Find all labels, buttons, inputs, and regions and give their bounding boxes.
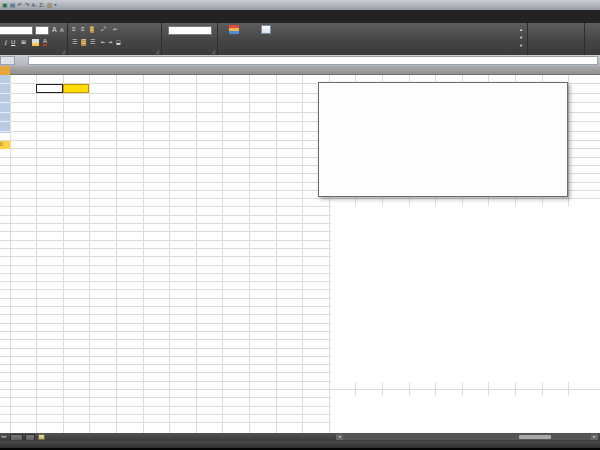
align-center-icon[interactable]: ☰ [81, 39, 86, 46]
styles-more-icon[interactable]: ▼ [519, 42, 523, 49]
horizontal-scrollbar[interactable]: ◄ ► [336, 434, 598, 440]
ribbon-group-editing [585, 23, 600, 55]
number-format-select[interactable] [168, 26, 212, 35]
sheet-tab-velocity[interactable] [25, 434, 35, 441]
formula-bar [0, 55, 600, 66]
quick-access-toolbar: ▣ ▤ ↶ ↷ A↓ Z↓ ▥ ▾ [2, 0, 57, 10]
ribbon-group-styles: ▲ ▼ ▼ [218, 23, 528, 55]
align-top-icon[interactable]: ≡ [72, 26, 76, 33]
scroll-right-icon[interactable]: ► [591, 434, 598, 440]
qat-customize-icon[interactable]: ▾ [54, 1, 56, 9]
scrollbar-track[interactable] [343, 434, 591, 440]
ribbon-group-font: A A I U ⊞ A ◿ [0, 23, 68, 55]
sort-descending-icon[interactable]: Z↓ [39, 1, 45, 9]
italic-icon[interactable]: I [4, 39, 6, 46]
redo-icon[interactable]: ↷ [24, 1, 29, 9]
sheet-tab-partial[interactable] [10, 434, 23, 441]
title-bar: ▣ ▤ ↶ ↷ A↓ Z↓ ▥ ▾ [0, 0, 600, 10]
align-left-icon[interactable]: ☰ [72, 39, 77, 46]
ribbon: A A I U ⊞ A ◿ ≡ ≡ ≡ ⤢ ↩ ☰ ☰ ☰ ⇤ ⇥ ⬓ ◿ [0, 23, 600, 55]
styles-scroll-up-icon[interactable]: ▲ [519, 26, 523, 33]
formula-input[interactable] [28, 56, 598, 65]
borders-icon[interactable]: ⊞ [21, 39, 26, 46]
acceleration-chart[interactable] [331, 206, 600, 382]
align-right-icon[interactable]: ☰ [90, 39, 95, 46]
frame-label-cell[interactable] [36, 84, 63, 93]
insert-worksheet-icon[interactable] [38, 434, 45, 440]
scroll-left-icon[interactable]: ◄ [336, 434, 343, 440]
styles-scroll-down-icon[interactable]: ▼ [519, 34, 523, 41]
open-recent-icon[interactable]: ▥ [47, 1, 53, 9]
align-bottom-icon[interactable]: ≡ [90, 26, 94, 33]
fill-color-icon[interactable] [32, 39, 39, 46]
font-dialog-launcher-icon[interactable]: ◿ [62, 49, 65, 54]
worksheet-grid[interactable]: 0 [0, 75, 600, 434]
second-chart-partial[interactable] [331, 396, 600, 433]
equations-image[interactable] [318, 82, 568, 197]
frame-value-cell[interactable] [63, 84, 90, 93]
excel-window: ▣ ▤ ↶ ↷ A↓ Z↓ ▥ ▾ A A I U ⊞ A ◿ ≡ [0, 0, 600, 450]
shrink-font-icon[interactable]: A [60, 27, 64, 34]
underline-icon[interactable]: U [11, 39, 15, 46]
merge-center-icon[interactable]: ⬓ [116, 39, 121, 46]
orientation-icon[interactable]: ⤢ [101, 26, 106, 33]
tab-nav-arrows-icon[interactable]: ◂▸ [1, 434, 8, 439]
grow-font-icon[interactable]: A [52, 26, 57, 33]
partial-column-b-cells[interactable] [0, 75, 10, 133]
conditional-formatting-icon[interactable] [229, 25, 239, 34]
column-headers [0, 66, 600, 75]
number-dialog-launcher-icon[interactable]: ◿ [212, 49, 215, 54]
wrap-text-icon[interactable]: ↩ [113, 26, 117, 33]
increase-indent-icon[interactable]: ⇥ [108, 39, 112, 46]
alignment-dialog-launcher-icon[interactable]: ◿ [156, 49, 159, 54]
excel-logo-icon: ▣ [2, 1, 8, 9]
font-color-icon[interactable]: A [43, 39, 47, 46]
save-icon[interactable]: ▤ [10, 1, 16, 9]
undo-icon[interactable]: ↶ [17, 1, 22, 9]
ribbon-group-cells [528, 23, 585, 55]
ribbon-group-alignment: ≡ ≡ ≡ ⤢ ↩ ☰ ☰ ☰ ⇤ ⇥ ⬓ ◿ [68, 23, 162, 55]
ribbon-group-number: ◿ [162, 23, 218, 55]
align-middle-icon[interactable]: ≡ [81, 26, 85, 33]
sort-ascending-icon[interactable]: A↓ [31, 1, 37, 9]
partial-yellow-cell[interactable]: 0 [0, 141, 10, 149]
status-bar [0, 441, 600, 448]
font-name-select[interactable] [0, 26, 33, 35]
font-size-select[interactable] [35, 26, 49, 35]
ribbon-tab-bar [0, 10, 600, 23]
decrease-indent-icon[interactable]: ⇤ [101, 39, 105, 46]
name-box[interactable] [0, 56, 15, 65]
format-as-table-icon[interactable] [261, 25, 271, 34]
scrollbar-thumb[interactable] [519, 435, 551, 440]
selected-column-header[interactable] [0, 66, 10, 75]
